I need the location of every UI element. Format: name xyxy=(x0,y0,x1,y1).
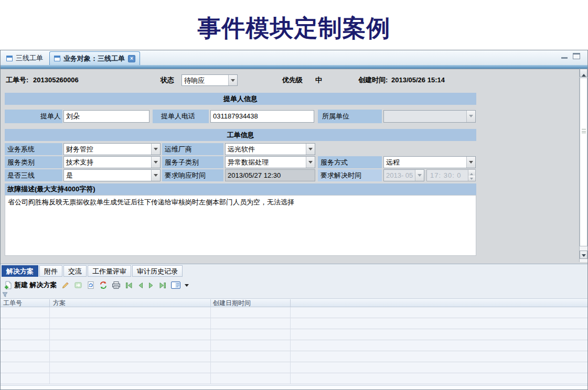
chevron-down-icon[interactable] xyxy=(228,75,237,85)
sync-button[interactable] xyxy=(99,281,108,289)
spin-down-icon[interactable] xyxy=(468,176,475,181)
close-icon[interactable]: × xyxy=(128,55,135,62)
maximize-button[interactable] xyxy=(573,53,580,59)
chevron-down-icon[interactable] xyxy=(151,157,160,168)
table-row xyxy=(1,318,587,329)
pencil-icon xyxy=(61,281,70,289)
business-system-label: 业务系统 xyxy=(5,143,62,155)
column-header-order-no[interactable]: 工单号 xyxy=(3,299,22,307)
priority-value: 中 xyxy=(315,74,322,86)
chevron-down-icon[interactable] xyxy=(415,170,424,181)
status-label: 状态 xyxy=(161,74,174,86)
chevron-down-icon[interactable] xyxy=(466,157,475,168)
tab-solution[interactable]: 解决方案 xyxy=(2,265,38,277)
submitter-label: 提单人 xyxy=(5,110,62,123)
solution-tabbar: 解决方案 附件 交流 工作量评审 审计历史记录 xyxy=(2,265,183,277)
solution-table-body xyxy=(1,307,587,385)
chevron-down-icon[interactable] xyxy=(306,144,315,155)
page-header: 事件模块定制案例 xyxy=(0,0,588,50)
chevron-down-icon[interactable] xyxy=(466,111,475,122)
third-line-value: 是 xyxy=(64,170,151,181)
submitter-input[interactable]: 刘朵 xyxy=(63,110,149,123)
work-order-form: 工单号: 201305260006 状态 待响应 优先级 中 创建时间: 201… xyxy=(1,69,587,264)
resolve-clock-spinner[interactable]: 17: 30: 0 xyxy=(426,169,476,181)
print-button[interactable] xyxy=(112,281,121,289)
nav-next-button[interactable] xyxy=(148,281,155,289)
first-record-icon xyxy=(125,281,133,289)
last-record-icon xyxy=(159,281,167,289)
filter-row xyxy=(2,292,8,297)
third-line-select[interactable]: 是 xyxy=(63,169,161,181)
nav-last-button[interactable] xyxy=(159,281,167,289)
time-spinner-buttons[interactable] xyxy=(468,170,475,181)
resolve-date-select[interactable]: 2013- 05 xyxy=(383,169,424,181)
tab-workload-review[interactable]: 工作量评审 xyxy=(88,265,131,277)
edit-button[interactable] xyxy=(61,281,70,289)
status-value: 待响应 xyxy=(182,75,228,85)
tab-audit-history[interactable]: 审计历史记录 xyxy=(132,265,183,277)
scrollbar-grip-icon xyxy=(582,129,586,133)
form-view-icon xyxy=(171,281,180,289)
tab-business-object[interactable]: 业务对象：三线工单 × xyxy=(49,51,140,65)
scrollbar-thumb[interactable] xyxy=(580,78,587,246)
refresh-document-button[interactable] xyxy=(87,281,95,289)
response-time-input[interactable]: 2013/05/27 12:30 xyxy=(225,169,315,181)
filter-funnel-icon[interactable] xyxy=(2,292,8,297)
service-subtype-label: 服务子类别 xyxy=(162,156,223,168)
chevron-down-icon[interactable] xyxy=(151,170,160,181)
created-value: 2013/05/26 15:14 xyxy=(391,74,445,86)
solution-table-header: 工单号 方案 创建日期时间 xyxy=(1,298,587,307)
tab-third-line-order[interactable]: 三线工单 xyxy=(2,51,47,65)
panel-footer-strip xyxy=(1,385,587,390)
column-header-plan[interactable]: 方案 xyxy=(53,299,66,307)
chevron-down-icon[interactable] xyxy=(151,144,160,155)
refresh-document-icon xyxy=(87,281,95,289)
nav-first-button[interactable] xyxy=(125,281,133,289)
next-record-icon xyxy=(148,281,155,289)
vendor-label: 运维厂商 xyxy=(162,143,223,155)
org-select[interactable] xyxy=(383,110,476,123)
service-subtype-select[interactable]: 异常数据处理 xyxy=(225,156,315,168)
service-mode-select[interactable]: 远程 xyxy=(383,156,476,168)
printer-icon xyxy=(112,281,121,289)
order-no-label: 工单号: xyxy=(6,74,28,86)
table-row xyxy=(1,362,587,373)
window-icon xyxy=(54,56,60,61)
priority-label: 优先级 xyxy=(282,74,303,86)
status-select[interactable]: 待响应 xyxy=(181,74,238,86)
minimize-button[interactable] xyxy=(561,53,568,59)
business-system-select[interactable]: 财务管控 xyxy=(63,143,161,155)
save-arrow-icon xyxy=(74,281,82,289)
submitter-phone-input[interactable]: 031187934438 xyxy=(210,110,314,123)
solution-panel: 解决方案 附件 交流 工作量评审 审计历史记录 新建 解决方案 xyxy=(1,264,587,389)
new-solution-button[interactable]: 新建 解决方案 xyxy=(4,280,57,290)
vendor-value: 远光软件 xyxy=(226,144,306,155)
nav-prev-button[interactable] xyxy=(137,281,144,289)
tab-attachment[interactable]: 附件 xyxy=(39,265,62,277)
chevron-down-icon[interactable] xyxy=(306,157,315,168)
tab-communication[interactable]: 交流 xyxy=(63,265,87,277)
new-solution-label: 新建 解决方案 xyxy=(14,280,57,290)
chevron-down-icon xyxy=(185,284,189,289)
save-button[interactable] xyxy=(74,281,82,289)
fault-desc-header: 故障描述(最大支持4000字符) xyxy=(5,183,476,195)
scroll-up-icon[interactable] xyxy=(580,69,587,77)
scroll-down-icon[interactable] xyxy=(580,251,587,259)
vendor-select[interactable]: 远光软件 xyxy=(225,143,315,155)
toolbar-more-dropdown[interactable] xyxy=(185,282,189,289)
service-subtype-value: 异常数据处理 xyxy=(226,157,306,168)
new-document-icon xyxy=(4,281,12,289)
sync-arrows-icon xyxy=(99,281,108,289)
application-window: 事件模块定制案例 三线工单 业务对象：三线工单 × 工单号: 201305260… xyxy=(0,0,588,390)
spin-up-icon[interactable] xyxy=(468,170,475,176)
service-type-select[interactable]: 技术支持 xyxy=(63,156,161,168)
column-gridline xyxy=(210,307,211,384)
tabbar-bottom-strip xyxy=(1,65,587,69)
org-value xyxy=(384,111,466,122)
response-time-label: 要求响应时间 xyxy=(162,169,223,181)
column-header-created-datetime[interactable]: 创建日期时间 xyxy=(213,299,251,307)
previous-record-icon xyxy=(137,281,144,289)
fault-desc-textarea[interactable]: 省公司阎胜梅反映无票据收款单生成凭证后往下传递给审核岗时左侧本部门人员为空，无法… xyxy=(5,195,476,256)
view-layout-button[interactable] xyxy=(171,281,180,289)
vertical-scrollbar[interactable] xyxy=(579,69,587,262)
